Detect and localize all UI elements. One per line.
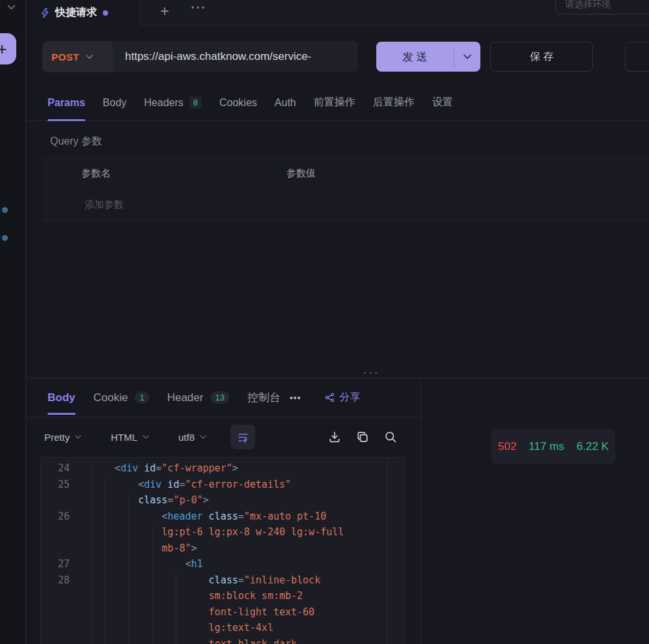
tab-title: 快捷请求 bbox=[55, 6, 97, 20]
code-text: lg:pt-6 lg:px-8 w-240 lg:w-full bbox=[92, 524, 344, 540]
code-text: font-light text-60 bbox=[92, 604, 314, 621]
download-button[interactable] bbox=[328, 430, 341, 443]
request-tab-设置[interactable]: 设置 bbox=[432, 85, 453, 120]
encoding-label: utf8 bbox=[178, 432, 195, 443]
tab-overflow-button[interactable]: ⋯ bbox=[190, 0, 207, 16]
tab-quick-request[interactable]: 快捷请求 bbox=[26, 0, 141, 25]
column-param-value: 参数值 bbox=[286, 167, 316, 180]
response-tab-控制台[interactable]: 控制台 bbox=[247, 378, 281, 417]
code-line: 27 <h1 bbox=[41, 556, 404, 572]
chevron-down-icon bbox=[143, 435, 149, 439]
line-number: 24 bbox=[41, 460, 92, 477]
save-as-button[interactable]: 保存为 bbox=[625, 42, 649, 72]
tab-label: Body bbox=[103, 97, 126, 109]
search-button[interactable] bbox=[384, 430, 397, 443]
query-params-table: 参数名 参数值 添加参数 bbox=[42, 158, 649, 221]
code-line: font-light text-60 bbox=[41, 604, 404, 621]
format-dropdown[interactable]: Pretty bbox=[44, 432, 81, 443]
chevron-down-icon bbox=[75, 435, 81, 439]
tab-label: Auth bbox=[275, 97, 296, 109]
response-actions bbox=[328, 430, 397, 443]
encoding-dropdown[interactable]: utf8 bbox=[178, 432, 206, 443]
request-tab-Params[interactable]: Params bbox=[48, 85, 85, 120]
request-tab-Auth[interactable]: Auth bbox=[275, 85, 296, 120]
line-number bbox=[41, 540, 92, 557]
code-text: <h1 bbox=[92, 556, 203, 572]
lightning-icon bbox=[40, 8, 49, 18]
response-tab-Cookie[interactable]: Cookie1 bbox=[94, 378, 149, 417]
environment-selector[interactable]: 请选择环境 bbox=[555, 0, 649, 14]
line-number bbox=[41, 636, 92, 644]
line-number bbox=[41, 524, 92, 540]
format-label: Pretty bbox=[44, 432, 70, 443]
response-right-panel: 502 117 ms 6.22 K bbox=[421, 378, 649, 644]
tab-label: Params bbox=[48, 97, 85, 109]
save-button[interactable]: 保 存 bbox=[490, 42, 593, 72]
collapse-chevron-icon[interactable] bbox=[7, 5, 16, 10]
code-line: mb-8"> bbox=[41, 540, 404, 557]
code-line: class="p-0"> bbox=[41, 492, 404, 509]
tab-label: 后置操作 bbox=[373, 96, 415, 109]
left-rail: + bbox=[0, 0, 26, 644]
response-body-editor[interactable]: 24 <div id="cf-wrapper">25 <div id="cf-e… bbox=[40, 457, 405, 644]
status-code: 502 bbox=[498, 440, 516, 453]
add-param-label: 添加参数 bbox=[85, 199, 124, 211]
code-text: <div id="cf-error-details" bbox=[92, 477, 291, 493]
share-label: 分享 bbox=[340, 391, 361, 404]
request-tab-Headers[interactable]: Headers8 bbox=[144, 85, 202, 120]
count-badge: 8 bbox=[189, 96, 202, 109]
method-label: POST bbox=[51, 51, 79, 63]
notification-dot bbox=[2, 207, 8, 213]
code-text: mb-8"> bbox=[92, 540, 197, 557]
share-button[interactable]: 分享 bbox=[325, 378, 361, 417]
language-dropdown[interactable]: HTML bbox=[111, 432, 149, 443]
environment-placeholder: 请选择环境 bbox=[565, 0, 611, 10]
unsaved-indicator-dot bbox=[103, 10, 108, 16]
request-tab-Cookies[interactable]: Cookies bbox=[219, 85, 257, 120]
request-tab-前置操作[interactable]: 前置操作 bbox=[314, 85, 355, 120]
response-status-pill: 502 117 ms 6.22 K bbox=[491, 429, 615, 464]
code-text: class="inline-block bbox=[92, 572, 320, 589]
download-icon bbox=[328, 430, 341, 443]
line-number: 25 bbox=[41, 477, 92, 493]
line-number: 26 bbox=[41, 509, 92, 525]
tab-label: Cookie bbox=[94, 391, 128, 404]
code-rows: 24 <div id="cf-wrapper">25 <div id="cf-e… bbox=[41, 458, 404, 644]
response-tab-Body[interactable]: Body bbox=[48, 378, 76, 417]
send-options-button[interactable] bbox=[454, 42, 480, 72]
send-label: 发 送 bbox=[376, 42, 454, 72]
line-number bbox=[41, 604, 92, 621]
method-dropdown[interactable]: POST bbox=[42, 41, 113, 72]
response-area: BodyCookie1Header13控制台•••分享 Pretty HTML … bbox=[26, 378, 649, 644]
request-tab-后置操作[interactable]: 后置操作 bbox=[373, 85, 415, 120]
language-label: HTML bbox=[111, 432, 137, 443]
count-badge: 13 bbox=[210, 391, 228, 404]
word-wrap-toggle[interactable] bbox=[230, 425, 255, 449]
code-line: lg:text-4xl bbox=[41, 620, 404, 636]
tab-label: Header bbox=[167, 391, 204, 404]
count-badge: 1 bbox=[135, 391, 148, 404]
request-tabs: ParamsBodyHeaders8CookiesAuth前置操作后置操作设置 bbox=[26, 85, 649, 121]
response-toolbar: Pretty HTML utf8 bbox=[26, 417, 421, 456]
new-tab-button[interactable]: + bbox=[155, 3, 174, 20]
code-text: <div id="cf-wrapper"> bbox=[92, 460, 238, 477]
add-param-row[interactable]: 添加参数 bbox=[42, 189, 649, 221]
request-url-group: POST https://api-aws.chatknow.com/servic… bbox=[42, 41, 358, 72]
response-time: 117 ms bbox=[529, 440, 564, 453]
line-number: 27 bbox=[41, 556, 92, 572]
code-line: 25 <div id="cf-error-details" bbox=[41, 477, 404, 493]
url-input[interactable]: https://api-aws.chatknow.com/service- bbox=[113, 41, 358, 72]
new-request-button[interactable]: + bbox=[0, 33, 16, 64]
notification-dot bbox=[2, 235, 8, 241]
response-tabs-overflow-button[interactable]: ••• bbox=[290, 378, 301, 417]
tab-label: 设置 bbox=[432, 96, 453, 109]
response-tab-Header[interactable]: Header13 bbox=[167, 378, 229, 417]
search-icon bbox=[384, 430, 397, 443]
copy-button[interactable] bbox=[356, 430, 369, 443]
send-button[interactable]: 发 送 bbox=[376, 42, 480, 72]
code-line: text-black-dark bbox=[41, 636, 404, 644]
code-text: <header class="mx-auto pt-10 bbox=[92, 509, 326, 525]
copy-icon bbox=[356, 430, 369, 443]
request-tab-Body[interactable]: Body bbox=[103, 85, 126, 120]
code-text: sm:block sm:mb-2 bbox=[92, 588, 303, 604]
